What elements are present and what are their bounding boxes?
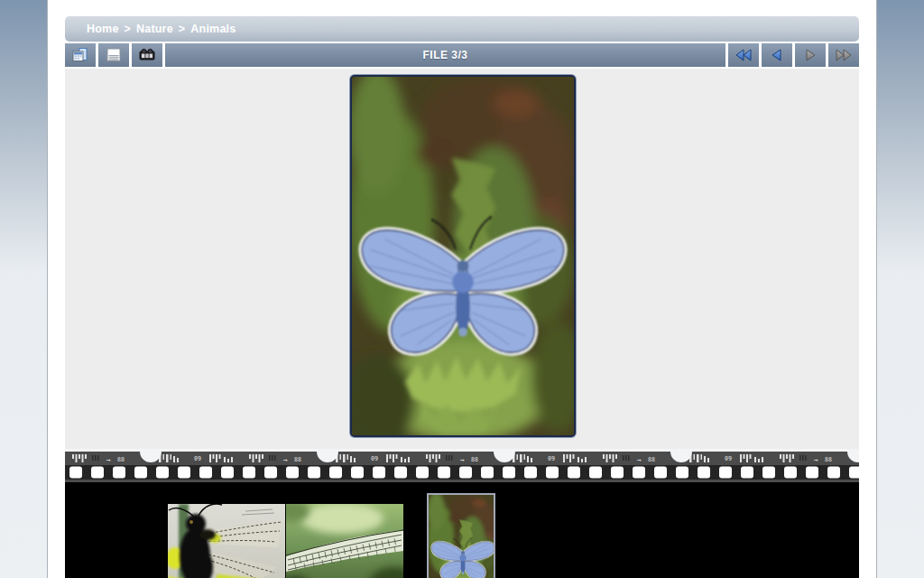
next-file-button[interactable]: [795, 43, 826, 67]
skip-to-last-button[interactable]: [828, 43, 859, 67]
thumbnail-wing-image: [286, 504, 403, 578]
slideshow-button[interactable]: [132, 43, 162, 67]
thumbnail-wing[interactable]: [286, 504, 403, 578]
thumbnail-owlfly-image: [168, 504, 285, 578]
toolbar: FILE 3/3: [65, 43, 859, 67]
thumbnail-owlfly[interactable]: [168, 504, 285, 578]
gallery-page: Home>Nature>Animals: [0, 0, 924, 578]
image-stage: [65, 69, 859, 449]
main-photo[interactable]: [350, 75, 576, 437]
file-counter: FILE 3/3: [165, 43, 725, 67]
right-arrow-disabled-icon: [800, 48, 820, 62]
document-button[interactable]: [98, 43, 129, 67]
filmstrip-decoration: → 88 60: [65, 449, 859, 485]
file-info-button[interactable]: [65, 43, 96, 67]
filmstrip-thumbnails: [65, 485, 859, 578]
breadcrumb-link-animals[interactable]: Animals: [190, 23, 236, 35]
thumbnail-butterfly-current[interactable]: [427, 493, 495, 578]
thumbnail-butterfly-image: [429, 495, 495, 578]
previous-file-button[interactable]: [762, 43, 792, 67]
document-icon: [106, 48, 122, 62]
double-right-arrow-disabled-icon: [834, 48, 854, 62]
page-sheet: Home>Nature>Animals: [47, 0, 877, 578]
breadcrumb: Home>Nature>Animals: [65, 16, 859, 42]
breadcrumb-separator: >: [173, 23, 191, 35]
skip-to-first-button[interactable]: [728, 43, 759, 67]
main-photo-image: [352, 77, 574, 435]
double-left-arrow-icon: [734, 48, 753, 62]
slideshow-icon: [138, 48, 156, 62]
breadcrumb-separator: >: [119, 23, 137, 35]
left-arrow-icon: [767, 48, 787, 62]
filmstrip-band-image: → 88 60: [65, 449, 859, 485]
breadcrumb-link-home[interactable]: Home: [87, 23, 119, 35]
file-info-icon: [72, 48, 88, 62]
breadcrumb-link-nature[interactable]: Nature: [136, 23, 173, 35]
